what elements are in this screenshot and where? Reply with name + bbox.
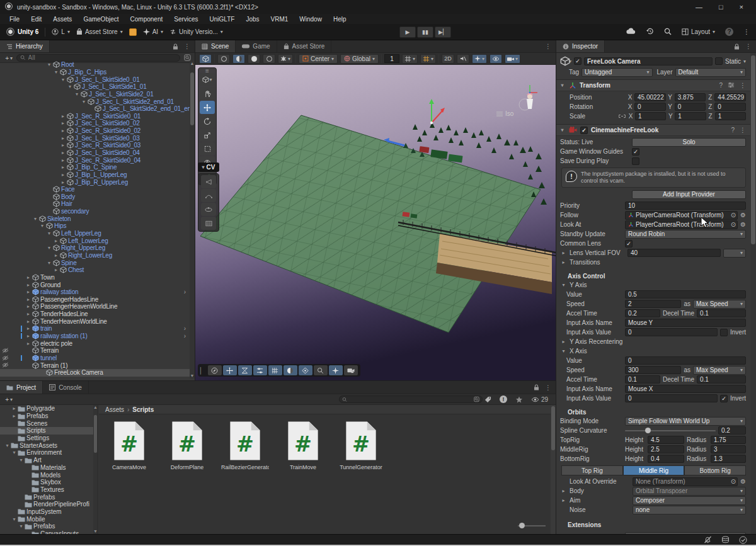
- foldout-arrow[interactable]: ▾: [45, 260, 53, 266]
- hierarchy-item[interactable]: ▾Spine: [0, 259, 190, 266]
- gear-icon[interactable]: ⚙: [740, 212, 746, 219]
- gear-icon[interactable]: ⚙: [740, 221, 746, 228]
- overlay-snap-button[interactable]: [329, 365, 343, 375]
- asset-item[interactable]: #TrainMove: [279, 421, 327, 470]
- rig-height-field[interactable]: 2.5: [648, 445, 684, 453]
- foldout-arrow[interactable]: ▾: [4, 443, 11, 448]
- common-lens-checkbox[interactable]: ✓: [625, 240, 633, 247]
- hierarchy-item[interactable]: ▾J_Sec_L_SkirtSide2_end_01: [0, 98, 190, 105]
- help-icon[interactable]: ?: [719, 82, 723, 89]
- x-axis-input-value-field[interactable]: 0: [625, 394, 718, 402]
- menu-component[interactable]: Component: [125, 16, 169, 23]
- foldout-arrow[interactable]: ▾: [18, 457, 25, 463]
- cv-follow-offset-tool-button[interactable]: [201, 189, 216, 202]
- aim-dropdown[interactable]: Composer▾: [633, 496, 746, 505]
- rig-height-field[interactable]: 0.4: [648, 455, 684, 463]
- hierarchy-item[interactable]: ▸J_Sec_L_SkirtSide0_04: [0, 149, 190, 157]
- asset-item[interactable]: #CameraMove: [105, 421, 153, 470]
- spline-curvature-field[interactable]: 0.2: [718, 426, 746, 435]
- game-window-guides-checkbox[interactable]: ✓: [632, 148, 639, 156]
- menu-window[interactable]: Window: [294, 16, 328, 23]
- foldout-arrow[interactable]: ▸: [25, 297, 32, 302]
- project-folder[interactable]: ▾Art: [0, 457, 98, 464]
- overlay-cut-button[interactable]: [238, 365, 252, 375]
- hidden-in-scene-icon[interactable]: [2, 362, 9, 369]
- menu-gameobject[interactable]: GameObject: [77, 16, 124, 23]
- warnings-icon[interactable]: !: [500, 395, 507, 403]
- prefab-open-chevron[interactable]: ›: [184, 288, 186, 295]
- hierarchy-item[interactable]: Terrain: [0, 347, 190, 355]
- menu-jobs[interactable]: Jobs: [240, 16, 265, 23]
- foldout-arrow[interactable]: ▾: [560, 348, 567, 354]
- foldout-arrow[interactable]: ▸: [52, 238, 60, 244]
- solo-button[interactable]: Solo: [632, 138, 746, 147]
- menu-vrm1[interactable]: VRM1: [265, 16, 294, 23]
- foldout-arrow[interactable]: ▸: [25, 275, 32, 280]
- play-button[interactable]: ▶: [399, 26, 416, 38]
- hierarchy-item[interactable]: ▾J_Sec_L_SkirtSide1_01: [0, 83, 190, 91]
- cinemachine-kebab-icon[interactable]: ⋮: [740, 127, 746, 134]
- help-icon[interactable]: ?: [725, 28, 733, 36]
- hierarchy-item[interactable]: ▸Town: [0, 274, 190, 282]
- hierarchy-search-field[interactable]: [16, 54, 180, 62]
- move-tool-button[interactable]: [200, 101, 215, 114]
- project-folder[interactable]: Materials: [0, 464, 98, 472]
- foldout-arrow[interactable]: ▸: [25, 341, 32, 346]
- lighting-toggle-button[interactable]: [232, 54, 245, 64]
- foldout-arrow[interactable]: ▸: [59, 172, 67, 178]
- overlay-grid-button[interactable]: [268, 365, 282, 375]
- foldout-arrow[interactable]: ▾: [59, 77, 67, 82]
- inspector-scrollbar[interactable]: [750, 53, 756, 534]
- audio-toggle-button[interactable]: [457, 54, 469, 64]
- inspector-kebab-icon[interactable]: ⋮: [745, 43, 752, 50]
- hierarchy-item[interactable]: ▸J_Bip_C_Spine: [0, 164, 190, 171]
- cloud-icon[interactable]: [626, 28, 636, 36]
- rotation-x-field[interactable]: 0: [634, 103, 666, 111]
- y-axis-speed-mode-dropdown[interactable]: Max Speed▾: [693, 300, 746, 309]
- search-by-type-icon[interactable]: [184, 54, 191, 61]
- hierarchy-item[interactable]: ▸J_Sec_L_SkirtSide0_03: [0, 134, 190, 142]
- hierarchy-item[interactable]: ▸PassengerHadesLine: [0, 296, 190, 304]
- hierarchy-item[interactable]: secondary: [0, 208, 190, 215]
- close-icon[interactable]: ×: [740, 3, 743, 11]
- project-folder[interactable]: Textures: [0, 486, 98, 494]
- hierarchy-search-input[interactable]: [28, 54, 176, 61]
- asset-store-dropdown[interactable]: Asset Store▾: [76, 28, 123, 35]
- hierarchy-kebab-icon[interactable]: ⋮: [184, 43, 190, 50]
- hierarchy-item[interactable]: ▸J_Bip_R_UpperLeg: [0, 178, 190, 186]
- foldout-arrow[interactable]: ▸: [560, 339, 567, 344]
- foldout-arrow[interactable]: ▸: [59, 150, 67, 156]
- camera-settings-dropdown[interactable]: ▾: [505, 54, 520, 64]
- binding-mode-dropdown[interactable]: Simple Follow With World Up▾: [625, 417, 746, 426]
- transform-header[interactable]: ▾ Transform ? ⋮: [556, 79, 750, 91]
- priority-field[interactable]: 10: [625, 202, 746, 210]
- foldout-arrow[interactable]: ▸: [52, 267, 60, 273]
- prefab-open-chevron[interactable]: ›: [184, 333, 186, 339]
- foldout-arrow[interactable]: ▸: [59, 164, 67, 170]
- foldout-arrow[interactable]: ▸: [59, 128, 67, 134]
- static-dropdown-icon[interactable]: ▾: [743, 59, 746, 64]
- standby-update-dropdown[interactable]: Round Robin▾: [625, 230, 746, 239]
- hand-tool-button[interactable]: [200, 87, 215, 100]
- tab-asset-store[interactable]: Asset Store: [277, 40, 332, 52]
- scene-visibility-button[interactable]: [490, 54, 502, 64]
- y-axis-decel-field[interactable]: 0.1: [697, 309, 746, 317]
- add-input-provider-button[interactable]: Add Input Provider: [632, 190, 746, 199]
- hierarchy-item[interactable]: ▸J_Sec_R_SkirtSide0_02: [0, 127, 190, 135]
- tool-pivot-dropdown[interactable]: Center▾: [299, 54, 338, 64]
- foldout-arrow[interactable]: ▾: [66, 84, 74, 89]
- draw-mode-button[interactable]: [199, 54, 212, 64]
- foldout-arrow[interactable]: ▾: [11, 450, 18, 455]
- folder-tree-scrollbar[interactable]: ▲▼: [93, 405, 98, 534]
- asset-item[interactable]: #TunnelGenerator: [337, 421, 385, 470]
- hierarchy-item[interactable]: ▸J_Sec_R_SkirtSide0_04: [0, 156, 190, 164]
- body-dropdown[interactable]: Orbital Transposer▾: [633, 487, 746, 496]
- position-z-field[interactable]: 44.25529: [714, 93, 746, 101]
- tool-rotation-dropdown[interactable]: Global▾: [340, 54, 379, 64]
- foldout-arrow[interactable]: ▾: [32, 216, 39, 222]
- x-axis-value-field[interactable]: 0: [625, 356, 746, 365]
- save-search-icon[interactable]: [474, 396, 479, 402]
- notifications-muted-icon[interactable]: [704, 536, 712, 543]
- cinemachine-header[interactable]: ▾ ✓ CinemachineFreeLook ? ⋮: [556, 124, 750, 136]
- project-folder[interactable]: ▾StarterAssets: [0, 441, 98, 449]
